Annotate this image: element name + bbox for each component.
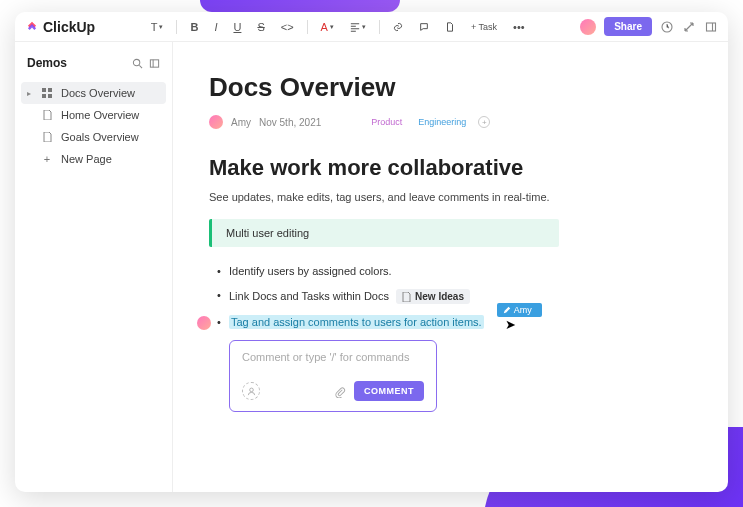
paperclip-icon <box>335 387 346 398</box>
sidebar: Demos ▸ Docs Overview Home Overview Goal <box>15 42 173 492</box>
italic-button[interactable]: I <box>211 19 220 35</box>
list-item[interactable]: Link Docs and Tasks within Docs New Idea… <box>229 289 692 304</box>
attach-button[interactable] <box>335 385 346 398</box>
highlighted-text[interactable]: Tag and assign comments to users for act… <box>229 315 484 329</box>
comment-button[interactable] <box>416 20 432 34</box>
clock-icon <box>661 21 673 33</box>
sidebar-item-label: New Page <box>61 153 112 165</box>
grid-icon <box>41 88 53 98</box>
user-cursor-label: Amy <box>497 303 542 317</box>
history-button[interactable] <box>660 20 674 34</box>
svg-rect-7 <box>42 88 46 92</box>
topbar-right: Share <box>580 17 718 36</box>
doc-link-label: New Ideas <box>415 291 464 302</box>
doc-meta: Amy Nov 5th, 2021 Product Engineering + <box>209 115 692 129</box>
bold-button[interactable]: B <box>187 19 201 35</box>
user-icon <box>247 387 256 396</box>
topbar: ClickUp T ▾ B I U S <> A ▾ ▾ + Task ••• … <box>15 12 728 42</box>
text-color-dropdown[interactable]: A ▾ <box>318 19 337 35</box>
align-dropdown[interactable]: ▾ <box>347 20 369 34</box>
callout-block[interactable]: Multi user editing <box>209 219 559 247</box>
commenter-avatar[interactable] <box>197 316 211 330</box>
comment-submit-button[interactable]: COMMENT <box>354 381 424 401</box>
section-heading[interactable]: Make work more collaborative <box>209 155 692 181</box>
sidebar-item-goals-overview[interactable]: Goals Overview <box>15 126 172 148</box>
doc-link-chip[interactable]: New Ideas <box>396 289 470 304</box>
cursor-pointer-icon: ➤ <box>505 317 516 332</box>
list-item-text: Link Docs and Tasks within Docs <box>229 290 389 302</box>
bullet-list: Identify users by assigned colors. Link … <box>209 265 692 328</box>
svg-rect-5 <box>150 60 158 67</box>
chevron-right-icon: ▸ <box>27 89 33 98</box>
user-avatar[interactable] <box>580 19 596 35</box>
add-tag-button[interactable]: + <box>478 116 490 128</box>
svg-rect-9 <box>42 94 46 98</box>
comment-input[interactable]: Comment or type '/' for commands <box>242 351 424 363</box>
plus-icon: + <box>41 153 53 165</box>
svg-line-4 <box>139 66 142 69</box>
sidebar-toggle-button[interactable] <box>149 54 160 72</box>
svg-rect-8 <box>48 88 52 92</box>
link-button[interactable] <box>390 20 406 34</box>
sidebar-item-label: Goals Overview <box>61 131 139 143</box>
sidebar-icon <box>149 58 160 69</box>
tag-product[interactable]: Product <box>367 116 406 128</box>
chevron-down-icon: ▾ <box>330 23 334 31</box>
list-item[interactable]: Identify users by assigned colors. <box>229 265 692 277</box>
share-button[interactable]: Share <box>604 17 652 36</box>
svg-point-11 <box>249 388 253 392</box>
doc-icon <box>402 291 411 302</box>
list-item[interactable]: Tag and assign comments to users for act… <box>229 316 692 328</box>
author-name: Amy <box>231 117 251 128</box>
formatting-toolbar: T ▾ B I U S <> A ▾ ▾ + Task ••• <box>95 19 580 35</box>
underline-button[interactable]: U <box>230 19 244 35</box>
search-button[interactable] <box>132 54 143 72</box>
clickup-logo-icon <box>25 20 39 34</box>
sidebar-item-home-overview[interactable]: Home Overview <box>15 104 172 126</box>
svg-point-3 <box>133 60 139 66</box>
new-page-button[interactable]: + New Page <box>15 148 172 170</box>
svg-rect-10 <box>48 94 52 98</box>
sidebar-title: Demos <box>27 56 67 70</box>
tag-engineering[interactable]: Engineering <box>414 116 470 128</box>
page-title[interactable]: Docs Overview <box>209 72 692 103</box>
align-left-icon <box>350 22 360 32</box>
page-button[interactable] <box>442 20 458 34</box>
author-avatar[interactable] <box>209 115 223 129</box>
sidebar-item-label: Home Overview <box>61 109 139 121</box>
doc-icon <box>41 110 53 120</box>
svg-rect-1 <box>707 23 716 31</box>
sidebar-item-label: Docs Overview <box>61 87 135 99</box>
app-window: ClickUp T ▾ B I U S <> A ▾ ▾ + Task ••• … <box>15 12 728 492</box>
brand-name: ClickUp <box>43 19 95 35</box>
assign-user-button[interactable] <box>242 382 260 400</box>
strikethrough-button[interactable]: S <box>254 19 267 35</box>
link-icon <box>393 22 403 32</box>
more-button[interactable]: ••• <box>510 19 528 35</box>
comment-icon <box>419 22 429 32</box>
panel-icon <box>705 21 717 33</box>
comment-box[interactable]: Comment or type '/' for commands COMMENT <box>229 340 437 412</box>
doc-date: Nov 5th, 2021 <box>259 117 321 128</box>
doc-icon <box>41 132 53 142</box>
panel-button[interactable] <box>704 20 718 34</box>
search-icon <box>132 58 143 69</box>
page-icon <box>445 22 455 32</box>
chevron-down-icon: ▾ <box>362 23 366 31</box>
add-task-button[interactable]: + Task <box>468 20 500 34</box>
document-content: Docs Overview Amy Nov 5th, 2021 Product … <box>173 42 728 492</box>
collapse-button[interactable] <box>682 20 696 34</box>
code-button[interactable]: <> <box>278 19 297 35</box>
chevron-down-icon: ▾ <box>159 23 163 31</box>
text-style-dropdown[interactable]: T ▾ <box>148 19 167 35</box>
pencil-icon <box>503 306 511 314</box>
brand-logo: ClickUp <box>25 19 95 35</box>
sidebar-item-docs-overview[interactable]: ▸ Docs Overview <box>21 82 166 104</box>
section-subtext[interactable]: See updates, make edits, tag users, and … <box>209 191 692 203</box>
collapse-icon <box>683 21 695 33</box>
